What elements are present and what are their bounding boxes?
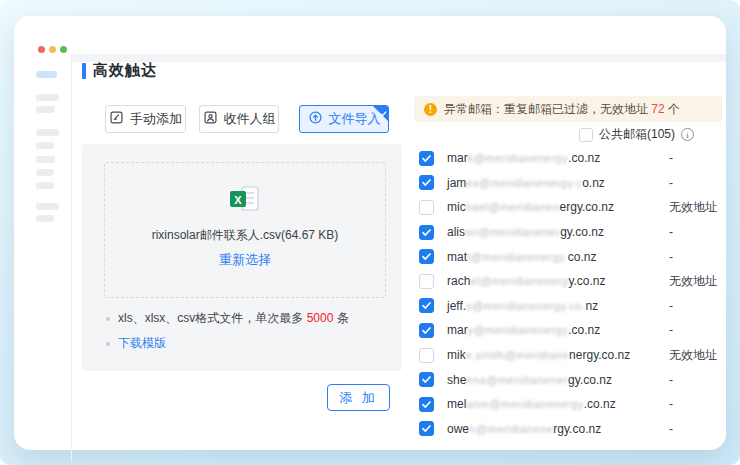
email-list: mark@meridianenergy.co.nz-james@meridian… bbox=[414, 146, 726, 441]
edit-square-icon bbox=[109, 110, 124, 128]
email-address: sheena@meridianenergy.co.nz bbox=[447, 373, 612, 387]
tab-manual-add[interactable]: 手动添加 bbox=[105, 105, 186, 133]
email-row: michael@meridianenergy.co.nz无效地址 bbox=[414, 195, 726, 220]
row-status: 无效地址 bbox=[669, 199, 717, 216]
banner-text: 异常邮箱：重复邮箱已过滤，无效地址 72 个 bbox=[444, 101, 680, 118]
row-checkbox[interactable] bbox=[419, 372, 434, 387]
row-checkbox[interactable] bbox=[419, 175, 434, 190]
minimize-window-icon[interactable] bbox=[49, 46, 56, 53]
format-tip: xls、xlsx、csv格式文件，单次最多 5000 条 bbox=[106, 310, 349, 327]
excel-file-icon: X bbox=[225, 185, 265, 219]
file-dropzone[interactable]: X rixinsolar邮件联系人.csv(64.67 KB) 重新选择 bbox=[104, 162, 386, 298]
email-address: owen@meridianenergy.co.nz bbox=[447, 422, 601, 436]
tab-label: 收件人组 bbox=[224, 110, 276, 128]
row-checkbox[interactable] bbox=[419, 323, 434, 338]
template-tip: 下载模版 bbox=[106, 335, 166, 352]
email-row: matt@meridianenergy.co.nz- bbox=[414, 244, 726, 269]
tab-label: 手动添加 bbox=[130, 110, 182, 128]
content-top-band bbox=[72, 54, 726, 62]
invalid-count: 72 bbox=[651, 102, 664, 116]
email-address: jeff.s@meridianenergy.co.nz bbox=[447, 299, 598, 313]
row-checkbox[interactable] bbox=[419, 298, 434, 313]
sidebar-item[interactable] bbox=[36, 129, 59, 136]
sidebar-item[interactable] bbox=[36, 182, 54, 189]
email-address: melanie@meridianenergy.co.nz bbox=[447, 397, 616, 411]
tab-recipient-group[interactable]: 收件人组 bbox=[199, 105, 279, 133]
public-mailbox-row: 公共邮箱(105) i bbox=[579, 126, 694, 143]
sidebar-item[interactable] bbox=[36, 156, 55, 163]
email-row: jeff.s@meridianenergy.co.nz- bbox=[414, 294, 726, 319]
page-background: 高效触达 手动添加 收件人组 bbox=[0, 0, 740, 465]
row-status: - bbox=[669, 323, 673, 337]
sidebar-item[interactable] bbox=[36, 142, 54, 149]
email-row: mary@meridianenergy.co.nz- bbox=[414, 318, 726, 343]
warning-icon: ! bbox=[424, 103, 437, 116]
email-row: sheena@meridianenergy.co.nz- bbox=[414, 367, 726, 392]
row-checkbox[interactable] bbox=[419, 274, 434, 289]
window-controls bbox=[38, 46, 67, 53]
email-row: mark@meridianenergy.co.nz- bbox=[414, 146, 726, 171]
close-window-icon[interactable] bbox=[38, 46, 45, 53]
info-icon[interactable]: i bbox=[681, 128, 694, 141]
email-address: mary@meridianenergy.co.nz bbox=[447, 323, 600, 337]
contact-group-icon bbox=[203, 110, 218, 128]
svg-text:X: X bbox=[234, 194, 242, 206]
bullet-dot bbox=[106, 317, 110, 321]
row-status: - bbox=[669, 250, 673, 264]
reselect-link[interactable]: 重新选择 bbox=[105, 251, 385, 269]
corner-check-icon bbox=[379, 106, 387, 121]
email-row: owen@meridianenergy.co.nz- bbox=[414, 417, 726, 442]
download-template-link[interactable]: 下载模版 bbox=[118, 335, 166, 352]
row-checkbox[interactable] bbox=[419, 225, 434, 240]
uploaded-filename: rixinsolar邮件联系人.csv(64.67 KB) bbox=[105, 227, 385, 244]
row-status: - bbox=[669, 373, 673, 387]
email-address: michael@meridianenergy.co.nz bbox=[447, 200, 614, 214]
page-title: 高效触达 bbox=[93, 61, 157, 80]
title-accent-bar bbox=[82, 63, 86, 79]
email-address: alison@meridianenergy.co.nz bbox=[447, 225, 604, 239]
row-checkbox[interactable] bbox=[419, 249, 434, 264]
row-status: - bbox=[669, 422, 673, 436]
bullet-dot bbox=[106, 342, 110, 346]
row-status: 无效地址 bbox=[669, 273, 717, 290]
email-address: mike.smith@meridianenergy.co.nz bbox=[447, 348, 630, 362]
row-status: - bbox=[669, 397, 673, 411]
email-address: matt@meridianenergy.co.nz bbox=[447, 250, 596, 264]
row-status: - bbox=[669, 176, 673, 190]
email-address: rachel@meridianenergy.co.nz bbox=[447, 274, 606, 288]
sidebar-item-active[interactable] bbox=[36, 71, 57, 78]
public-mailbox-checkbox[interactable] bbox=[579, 128, 593, 142]
sidebar-item[interactable] bbox=[36, 94, 59, 101]
row-checkbox[interactable] bbox=[419, 397, 434, 412]
add-button[interactable]: 添 加 bbox=[327, 384, 390, 411]
sidebar-item[interactable] bbox=[36, 215, 54, 222]
sidebar-item[interactable] bbox=[36, 203, 59, 210]
app-window: 高效触达 手动添加 收件人组 bbox=[14, 16, 726, 450]
row-checkbox[interactable] bbox=[419, 200, 434, 215]
email-address: james@meridianenergy.co.nz bbox=[447, 176, 605, 190]
upload-panel: X rixinsolar邮件联系人.csv(64.67 KB) 重新选择 xls… bbox=[82, 144, 402, 371]
row-status: 无效地址 bbox=[669, 347, 717, 364]
maximize-window-icon[interactable] bbox=[60, 46, 67, 53]
max-count: 5000 bbox=[307, 311, 334, 325]
row-checkbox[interactable] bbox=[419, 421, 434, 436]
abnormal-mailbox-banner: ! 异常邮箱：重复邮箱已过滤，无效地址 72 个 bbox=[414, 96, 722, 122]
sidebar-item[interactable] bbox=[36, 169, 54, 176]
row-status: - bbox=[669, 299, 673, 313]
sidebar-item[interactable] bbox=[36, 106, 55, 113]
row-checkbox[interactable] bbox=[419, 348, 434, 363]
public-mailbox-label: 公共邮箱(105) bbox=[599, 126, 675, 143]
row-status: - bbox=[669, 151, 673, 165]
email-row: mike.smith@meridianenergy.co.nz无效地址 bbox=[414, 343, 726, 368]
email-row: james@meridianenergy.co.nz- bbox=[414, 171, 726, 196]
sidebar-divider bbox=[71, 54, 72, 462]
row-checkbox[interactable] bbox=[419, 151, 434, 166]
tab-file-import[interactable]: 文件导入 bbox=[299, 105, 389, 133]
email-row: melanie@meridianenergy.co.nz- bbox=[414, 392, 726, 417]
email-address: mark@meridianenergy.co.nz bbox=[447, 151, 600, 165]
row-status: - bbox=[669, 225, 673, 239]
email-row: rachel@meridianenergy.co.nz无效地址 bbox=[414, 269, 726, 294]
email-row: alison@meridianenergy.co.nz- bbox=[414, 220, 726, 245]
file-import-icon bbox=[308, 110, 323, 128]
